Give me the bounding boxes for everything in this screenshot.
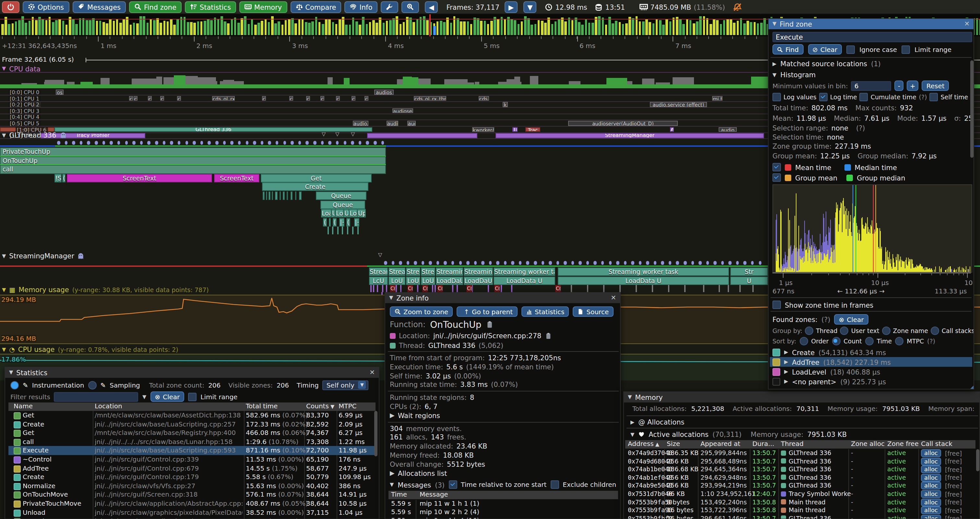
prev-frame-button[interactable]: ◀	[425, 1, 438, 13]
sample-dot[interactable]	[125, 141, 128, 144]
sample-dot[interactable]	[192, 141, 196, 144]
gl-zone[interactable]: U	[331, 209, 335, 217]
sort-by-radio-count[interactable]	[832, 337, 840, 345]
sample-dot[interactable]	[751, 261, 754, 265]
stat-row[interactable]: Get/mnt/e/claw/src/claw/base/Registry.hp…	[8, 428, 375, 437]
messages-col-message[interactable]: Message	[420, 491, 448, 498]
sample-dot[interactable]	[759, 261, 761, 265]
sample-dot[interactable]	[95, 141, 98, 144]
statistics-button[interactable]: Statistics	[521, 307, 569, 317]
statistics-titlebar[interactable]: ▼Statistics✕	[5, 367, 379, 378]
stream-zone[interactable]: LoU	[388, 276, 406, 285]
sample-dot[interactable]	[231, 141, 234, 144]
gl-zone[interactable]: E	[262, 192, 265, 200]
gl-zone[interactable]: Loi	[335, 209, 344, 217]
stream-zone[interactable]: LoadData U	[493, 276, 555, 285]
compare-button[interactable]: Compare	[290, 1, 341, 13]
stat-row[interactable]: Createjni/../jni/src/claw/base/LuaScript…	[8, 420, 375, 428]
filter-dropdown-icon[interactable]: ▼	[142, 394, 146, 399]
sampling-radio[interactable]	[88, 381, 96, 389]
found-zone-group-row[interactable]: ▶LoadLevel(18) 406.88 µs	[770, 367, 972, 377]
source-button[interactable]: Source	[573, 307, 614, 317]
sample-dot[interactable]	[65, 141, 67, 144]
median-time-swatch[interactable]	[844, 164, 851, 171]
sample-dot[interactable]	[344, 141, 346, 144]
sample-dot[interactable]	[306, 141, 309, 144]
zone-info-titlebar[interactable]: ▼Zone info✕	[385, 293, 620, 303]
stream-zone[interactable]: Streaming worker tas	[493, 267, 555, 276]
column-header-address[interactable]: Address ▲	[628, 440, 659, 447]
min-bin-minus-button[interactable]: -	[895, 80, 904, 91]
sample-dot[interactable]	[422, 261, 425, 265]
messages-button[interactable]: Messages	[72, 1, 126, 13]
sample-dot[interactable]	[436, 261, 439, 265]
expand-arrow-icon[interactable]: ▶	[784, 349, 788, 355]
stream-red-zone[interactable]: C(	[466, 285, 472, 292]
go-to-parent-button[interactable]: undefined↑Go to parent	[457, 307, 517, 317]
stream-zone[interactable]: U	[730, 276, 768, 285]
gl-zone[interactable]: (	[62, 174, 65, 182]
stream-zone[interactable]: Streaming worker task	[558, 267, 729, 276]
sample-dot[interactable]	[713, 261, 716, 265]
sample-dot[interactable]	[118, 141, 120, 144]
memory-titlebar[interactable]: ▼Memory	[624, 392, 979, 402]
allocation-row[interactable]: 0x74ab1ef040256 KB294,629,948ns13:50.7GL…	[625, 474, 975, 482]
sample-dot[interactable]	[496, 261, 500, 265]
stream-zone[interactable]: Str	[730, 267, 768, 276]
cpu-zone[interactable]: audio.service (effect)	[650, 102, 707, 107]
column-header-dura-[interactable]: Dura...	[752, 440, 775, 447]
memory-scrollbar[interactable]	[976, 449, 979, 471]
sample-dot[interactable]	[519, 261, 522, 265]
sort-by-radio-mtpc[interactable]	[895, 337, 904, 345]
cpu-zone[interactable]: c	[160, 96, 164, 101]
sample-dot[interactable]	[744, 261, 746, 265]
expand-arrow-icon[interactable]: ▶	[772, 61, 776, 67]
sample-dot[interactable]	[541, 261, 544, 265]
sample-dot[interactable]	[223, 141, 226, 144]
notifications-muted[interactable]	[733, 2, 742, 11]
expand-arrow-icon[interactable]: ▶	[784, 359, 788, 365]
sample-dot[interactable]	[406, 261, 409, 265]
stat-row[interactable]: Unloadjni/../jni/src/claw/graphics/pixel…	[8, 508, 375, 517]
reset-button[interactable]: Reset	[922, 80, 949, 91]
message-row[interactable]: 5.59 smip 11 w 1 h 1 (1)	[388, 500, 618, 509]
streaming-header[interactable]: ▼StreamingManager	[2, 252, 84, 260]
column-header-call-stack[interactable]: Call stack	[921, 440, 953, 447]
collapse-triangle-icon[interactable]: ▼	[390, 482, 394, 488]
sample-dot[interactable]	[87, 141, 90, 144]
sample-dot[interactable]	[366, 141, 369, 144]
gl-zone[interactable]: |~	[339, 218, 344, 227]
clear-filter-button[interactable]: ⊗Clear	[150, 391, 184, 402]
sample-dot[interactable]	[245, 141, 248, 144]
sample-dot[interactable]	[571, 261, 574, 265]
stat-row[interactable]: Normalizejni/../jni/src/claw/vfs/Vfs.cpp…	[8, 482, 375, 490]
sample-dot[interactable]	[459, 261, 462, 265]
gl-zone[interactable]	[291, 192, 293, 200]
alloc-callstack-button[interactable]: alloc	[921, 482, 941, 490]
stat-row[interactable]: PrivateTouchMovejni/../jni/src/claw/appl…	[8, 499, 375, 508]
power-button[interactable]	[2, 1, 19, 13]
next-frame-button[interactable]: ▶	[504, 1, 517, 13]
sample-dot[interactable]	[351, 141, 354, 144]
allocation-row[interactable]: 0x7553b9fa508 bytes153,492,240ns13:50.8M…	[625, 498, 975, 506]
ignore-case-checkbox[interactable]	[846, 45, 855, 54]
sample-dot[interactable]	[452, 261, 454, 265]
stat-row[interactable]: ~Controljni/../jni/src/guif/Control.cpp:…	[8, 455, 375, 464]
clear-found-button[interactable]: ⊗Clear	[834, 314, 869, 324]
stream-zone[interactable]: Streaming	[436, 267, 463, 276]
cpu-zone[interactable]: Trac	[525, 127, 540, 132]
sample-dot[interactable]	[526, 261, 529, 265]
message-marker-icon[interactable]: ▽	[322, 131, 326, 137]
close-icon[interactable]: ✕	[611, 293, 616, 303]
stat-row[interactable]: OnRedrawjni/../jni/src/claw/application/…	[8, 517, 375, 519]
alloc-callstack-button[interactable]: alloc	[921, 490, 941, 498]
gl-zone[interactable]	[269, 192, 270, 200]
cpu-zone[interactable]: k	[503, 102, 508, 107]
message-row[interactable]: 5.59 smip 10 w 2 h 2 (4)	[388, 509, 618, 517]
cpu-zone[interactable]: c	[289, 96, 293, 101]
info-button[interactable]: Info	[345, 1, 378, 13]
cpu-zone[interactable]: audioser	[392, 109, 413, 113]
messages-col-time[interactable]: Time	[391, 491, 407, 498]
sample-dot[interactable]	[721, 261, 724, 265]
gl-zone[interactable]: Get	[261, 174, 372, 182]
